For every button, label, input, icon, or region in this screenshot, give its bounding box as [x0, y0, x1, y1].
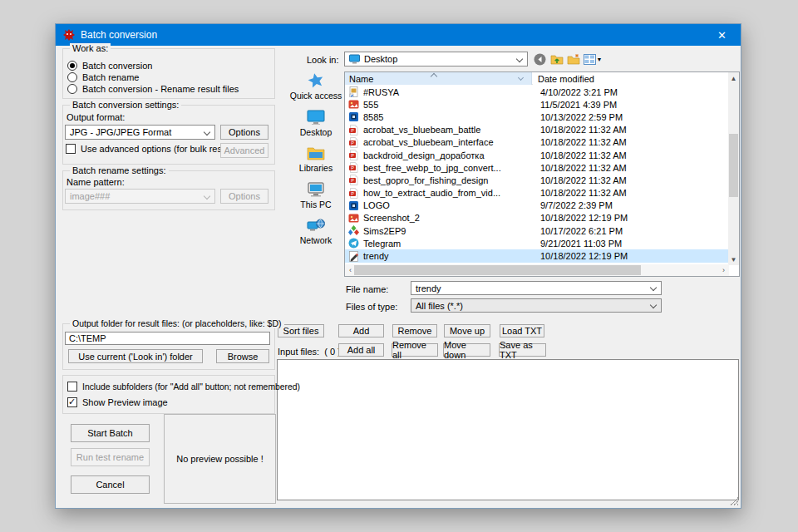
look-in-combo[interactable]: Desktop — [344, 52, 528, 66]
view-menu-icon[interactable]: ▼ — [583, 52, 603, 66]
file-row[interactable]: P how_to_extract_audio_from_vid... 10/18… — [345, 187, 729, 200]
include-subfolders-checkbox[interactable]: Include subfolders (for "Add all" button… — [67, 382, 300, 392]
advanced-button[interactable]: Advanced — [220, 143, 268, 158]
sort-files-button[interactable]: Sort files — [278, 324, 324, 337]
pdf-file-icon: P — [348, 162, 359, 173]
file-row[interactable]: trendy 10/18/2022 12:19 PM — [345, 249, 729, 262]
sims-file-icon — [348, 225, 359, 236]
preview-text: No preview possible ! — [176, 454, 264, 464]
input-files-listbox[interactable] — [277, 359, 739, 500]
file-name-combo[interactable]: trendy — [411, 281, 662, 295]
file-row[interactable]: P acrobat_vs_bluebeam_interface 10/18/20… — [345, 136, 729, 149]
quick-access-icon — [306, 71, 326, 90]
column-filter-icon[interactable] — [517, 75, 525, 83]
new-folder-icon[interactable] — [566, 52, 580, 66]
resize-grip-icon[interactable] — [730, 497, 738, 505]
column-header-name[interactable]: Name — [345, 72, 532, 85]
list-header: Name Date modified — [345, 72, 729, 85]
file-date-modified: 10/18/2022 11:32 AM — [532, 175, 627, 185]
irfanview-app-icon — [62, 28, 76, 42]
close-icon[interactable]: ✕ — [703, 24, 741, 46]
chevron-down-icon — [204, 194, 210, 200]
move-up-button[interactable]: Move up — [444, 324, 490, 337]
load-txt-button[interactable]: Load TXT — [500, 324, 544, 337]
file-row[interactable]: P best_gopro_for_fishing_design 10/18/20… — [345, 174, 729, 186]
file-name: 8585 — [363, 112, 532, 122]
vertical-scrollbar[interactable]: ▲ ▼ — [728, 72, 739, 265]
output-format-value: JPG - JPG/JPEG Format — [70, 127, 171, 137]
conversion-settings-label: Batch conversion settings: — [70, 100, 181, 110]
name-pattern-combo[interactable]: image### — [65, 189, 215, 204]
add-button[interactable]: Add — [338, 324, 384, 337]
work-as-group: Work as: Batch conversion Batch rename B… — [62, 48, 275, 99]
file-date-modified: 10/18/2022 11:32 AM — [532, 163, 627, 173]
file-row[interactable]: Screenshot_2 10/18/2022 12:19 PM — [345, 212, 729, 224]
file-row[interactable]: LOGO 9/7/2022 2:39 PM — [345, 200, 729, 212]
file-row[interactable]: Telegram 9/21/2021 11:03 PM — [345, 237, 729, 249]
horizontal-scroll-thumb[interactable] — [354, 265, 641, 275]
work-as-radio-0[interactable]: Batch conversion — [67, 61, 152, 71]
place-quick-access[interactable]: Quick access — [288, 71, 343, 108]
files-of-type-combo[interactable]: All files (*.*) — [411, 298, 662, 313]
save-as-txt-button[interactable]: Save as TXT — [499, 343, 546, 357]
output-folder-group: Output folder for result files: (or plac… — [62, 323, 275, 370]
conversion-options-button[interactable]: Options — [220, 125, 268, 140]
horizontal-scrollbar[interactable]: ‹ › — [345, 264, 729, 276]
file-name: acrobat_vs_bluebeam_interface — [363, 137, 532, 147]
scroll-right-icon[interactable]: › — [718, 264, 729, 276]
look-in-value: Desktop — [364, 54, 397, 64]
start-batch-button[interactable]: Start Batch — [71, 424, 150, 442]
file-name: Telegram — [363, 239, 532, 249]
place-label: Libraries — [299, 163, 332, 173]
back-icon[interactable] — [533, 52, 547, 66]
work-as-radio-1[interactable]: Batch rename — [67, 72, 139, 82]
place-this-pc[interactable]: This PC — [288, 180, 343, 217]
place-network[interactable]: Network — [288, 216, 343, 253]
file-row[interactable]: 8585 10/13/2022 2:59 PM — [345, 111, 729, 123]
file-row[interactable]: #RUSYA 4/10/2022 3:21 PM — [345, 86, 729, 98]
advanced-options-checkbox[interactable]: Use advanced options (for bulk resize...… — [66, 144, 244, 154]
remove-all-button[interactable]: Remove all — [392, 343, 438, 357]
output-folder-input[interactable]: C:\TEMP — [65, 332, 270, 345]
this-pc-icon — [306, 180, 326, 199]
cancel-button[interactable]: Cancel — [71, 475, 150, 494]
checkbox-label: Include subfolders (for "Add all" button… — [82, 382, 300, 392]
column-date-label: Date modified — [538, 74, 594, 84]
file-name: best_free_webp_to_jpg_convert... — [363, 163, 532, 173]
work-as-radio-2[interactable]: Batch conversion - Rename result files — [67, 84, 239, 94]
checkbox-icon — [67, 397, 77, 407]
files-of-type-value: All files (*.*) — [416, 301, 463, 311]
file-row[interactable]: P acrobat_vs_bluebeam_battle 10/18/2022 … — [345, 124, 729, 136]
move-down-button[interactable]: Move down — [443, 343, 490, 357]
checkbox-label: Show Preview image — [82, 397, 168, 407]
use-current-folder-button[interactable]: Use current ('Look in') folder — [68, 349, 203, 363]
svg-text:P: P — [351, 165, 354, 170]
file-row[interactable]: Sims2EP9 10/17/2022 6:21 PM — [345, 224, 729, 237]
scroll-up-icon[interactable]: ▲ — [728, 72, 739, 84]
file-name: #RUSYA — [363, 87, 532, 97]
show-preview-checkbox[interactable]: Show Preview image — [67, 397, 168, 407]
file-date-modified: 11/5/2021 4:39 PM — [532, 100, 617, 110]
scroll-down-icon[interactable]: ▼ — [728, 254, 739, 265]
vertical-scroll-thumb[interactable] — [729, 134, 738, 197]
file-name: backdroid_design_доработка — [363, 150, 532, 160]
file-row[interactable]: P best_free_webp_to_jpg_convert... 10/18… — [345, 161, 729, 174]
title-bar[interactable]: Batch conversion ✕ — [56, 24, 741, 46]
file-date-modified: 10/18/2022 11:32 AM — [532, 125, 627, 135]
svg-text:P: P — [351, 153, 354, 158]
place-desktop[interactable]: Desktop — [288, 108, 343, 145]
add-all-button[interactable]: Add all — [338, 343, 384, 357]
file-row[interactable]: 555 11/5/2021 4:39 PM — [345, 98, 729, 111]
file-name: Screenshot_2 — [363, 213, 532, 223]
run-test-rename-button[interactable]: Run test rename — [71, 448, 150, 466]
output-format-combo[interactable]: JPG - JPG/JPEG Format — [65, 125, 215, 140]
file-row[interactable]: P backdroid_design_доработка 10/18/2022 … — [345, 149, 729, 161]
place-libraries[interactable]: Libraries — [288, 144, 343, 180]
pdf-file-icon: P — [348, 150, 359, 160]
trendy-file-icon — [348, 251, 359, 262]
remove-button[interactable]: Remove — [392, 324, 437, 337]
browse-button[interactable]: Browse — [216, 349, 269, 363]
column-header-date-modified[interactable]: Date modified — [533, 72, 729, 85]
up-one-level-icon[interactable] — [549, 52, 564, 66]
rename-options-button[interactable]: Options — [220, 189, 268, 204]
